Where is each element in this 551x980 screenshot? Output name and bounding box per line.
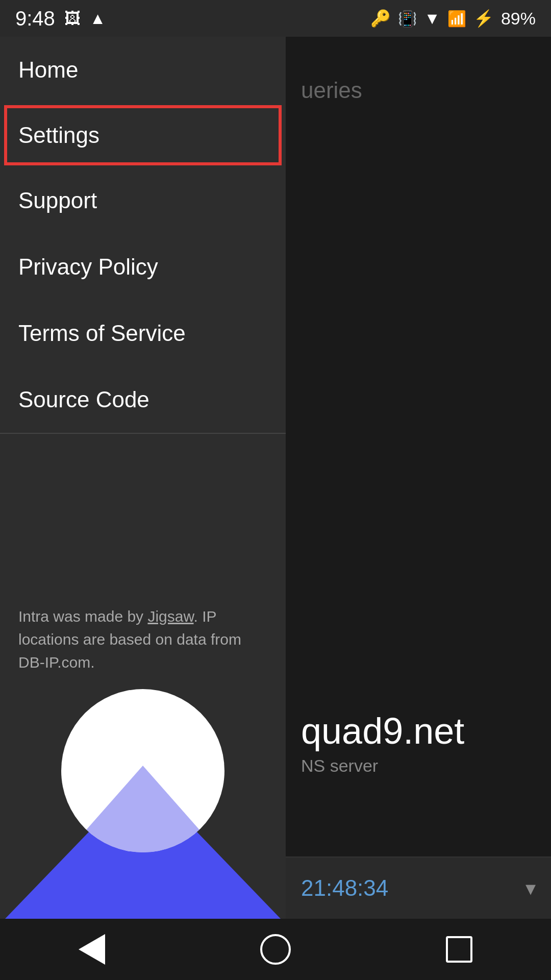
sidebar-item-privacy-policy[interactable]: Privacy Policy (0, 234, 286, 300)
navigation-icon: ▲ (90, 9, 106, 28)
sidebar-item-settings[interactable]: Settings (4, 105, 282, 165)
sidebar-item-privacy-policy-label: Privacy Policy (18, 254, 158, 280)
signal-icon: 📶 (447, 10, 466, 28)
right-panel-dns-info: quad9.net NS server (301, 710, 536, 776)
recents-button[interactable] (439, 929, 480, 970)
home-button[interactable] (255, 929, 296, 970)
right-panel-time: 21:48:34 (301, 875, 388, 901)
back-button[interactable] (71, 929, 112, 970)
main-layout: Home Settings Support Privacy Policy Ter… (0, 37, 551, 919)
sidebar-item-support[interactable]: Support (0, 167, 286, 234)
home-circle-icon (260, 934, 291, 965)
sidebar-item-terms-of-service[interactable]: Terms of Service (0, 300, 286, 366)
back-arrow-icon (79, 934, 105, 965)
vibrate-icon: 📳 (398, 10, 417, 28)
sidebar-item-home-label: Home (18, 57, 78, 83)
status-time: 9:48 (15, 7, 55, 30)
status-bar: 9:48 🖼 ▲ 🔑 📳 ▼ 📶 ⚡ 89% (0, 0, 551, 37)
status-left: 9:48 🖼 ▲ (15, 7, 106, 30)
drawer-nav: Home Settings Support Privacy Policy Ter… (0, 37, 286, 584)
queries-label: ueries (301, 78, 536, 103)
status-icons: 🔑 📳 ▼ 📶 ⚡ 89% (370, 9, 536, 29)
sidebar-item-support-label: Support (18, 188, 97, 213)
sidebar-item-source-code-label: Source Code (18, 387, 149, 412)
battery-percent: 89% (501, 9, 536, 29)
sidebar-item-terms-label: Terms of Service (18, 321, 186, 346)
sidebar-item-source-code[interactable]: Source Code (0, 366, 286, 433)
navigation-drawer: Home Settings Support Privacy Policy Ter… (0, 37, 286, 919)
chevron-down-icon[interactable]: ▾ (525, 876, 536, 900)
wifi-icon: ▼ (424, 9, 440, 28)
logo-area (0, 694, 286, 919)
right-panel-queries: ueries (286, 37, 551, 124)
vpn-key-icon: 🔑 (370, 9, 391, 28)
sidebar-item-settings-label: Settings (18, 122, 99, 148)
bottom-nav (0, 919, 551, 980)
dns-server-label: NS server (301, 756, 536, 776)
footer-text1: Intra was made by (18, 608, 147, 625)
recents-square-icon (446, 936, 472, 963)
dns-server-name: quad9.net (301, 710, 536, 752)
footer-jigsaw-link[interactable]: Jigsaw (147, 608, 193, 625)
drawer-footer: Intra was made by Jigsaw. IP locations a… (0, 584, 286, 694)
image-icon: 🖼 (64, 9, 81, 28)
right-panel-time-bar: 21:48:34 ▾ (286, 857, 551, 919)
drawer-divider (0, 433, 286, 434)
battery-icon: ⚡ (473, 9, 494, 28)
logo-circle (61, 689, 224, 852)
right-panel: ueries quad9.net NS server 21:48:34 ▾ (286, 37, 551, 919)
sidebar-item-home[interactable]: Home (0, 37, 286, 103)
